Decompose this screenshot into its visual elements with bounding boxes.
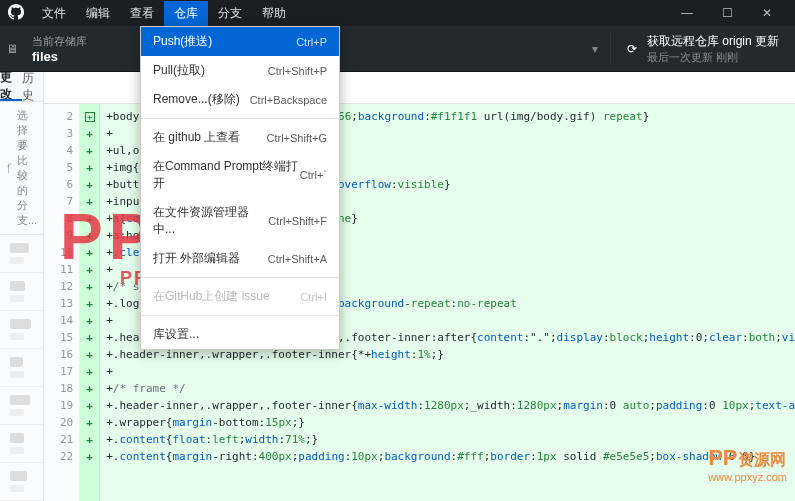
dropdown-item-label: Pull(拉取): [153, 62, 268, 79]
dropdown-item-accel: Ctrl+Shift+F: [268, 215, 327, 227]
diff-add-gutter: +++++++++++++++++++++: [80, 104, 100, 501]
list-item[interactable]: [0, 349, 43, 387]
diff-plus-icon: +: [80, 363, 99, 380]
current-repo-dropdown[interactable]: 当前存储库 files: [18, 28, 158, 70]
branch-compare-input[interactable]: ᚶ 选择要比较的分支...: [0, 102, 43, 235]
menu-item-file[interactable]: 文件: [32, 1, 76, 26]
dropdown-item-label: 在 github 上查看: [153, 129, 266, 146]
diff-plus-icon: +: [80, 210, 99, 227]
current-repo-label: 当前存储库: [32, 34, 143, 49]
window-controls: — ☐ ✕: [667, 2, 787, 24]
line-number: 11: [44, 261, 73, 278]
line-number: 21: [44, 431, 73, 448]
diff-plus-icon: +: [80, 312, 99, 329]
minimize-button[interactable]: —: [667, 2, 707, 24]
line-number: 13: [44, 295, 73, 312]
line-number: 17: [44, 363, 73, 380]
diff-plus-icon: +: [80, 159, 99, 176]
line-number: 20: [44, 414, 73, 431]
diff-plus-icon: +: [80, 227, 99, 244]
list-item[interactable]: [0, 235, 43, 273]
diff-plus-icon: +: [80, 108, 99, 125]
menu-item-branch[interactable]: 分支: [208, 1, 252, 26]
menu-item-edit[interactable]: 编辑: [76, 1, 120, 26]
diff-plus-icon: +: [80, 278, 99, 295]
menubar: 文件 编辑 查看 仓库 分支 帮助 — ☐ ✕: [0, 0, 795, 26]
line-number: 10: [44, 244, 73, 261]
tab-changes[interactable]: 更改: [0, 72, 22, 101]
dropdown-item-label: 在GitHub上创建 issue: [153, 288, 300, 305]
diff-plus-icon: +: [80, 176, 99, 193]
menu-item-repository[interactable]: 仓库: [164, 1, 208, 26]
dropdown-item-accel: Ctrl+I: [300, 291, 327, 303]
line-number: 18: [44, 380, 73, 397]
fetch-subtitle: 最后一次更新 刚刚: [647, 50, 779, 65]
diff-plus-icon: +: [80, 193, 99, 210]
dropdown-item[interactable]: Pull(拉取)Ctrl+Shift+P: [141, 56, 339, 85]
fetch-button[interactable]: ⟳ 获取远程仓库 origin 更新 最后一次更新 刚刚: [610, 33, 795, 65]
close-button[interactable]: ✕: [747, 2, 787, 24]
repository-dropdown: Push(推送)Ctrl+PPull(拉取)Ctrl+Shift+PRemove…: [140, 26, 340, 350]
dropdown-item-accel: Ctrl+Shift+P: [268, 65, 327, 77]
dropdown-item[interactable]: 在文件资源管理器中...Ctrl+Shift+F: [141, 198, 339, 244]
sync-icon: ⟳: [627, 42, 637, 56]
main-area: 更改 历史 ᚶ 选择要比较的分支... ± 1文件 更改: [0, 72, 795, 501]
line-number: 15: [44, 329, 73, 346]
dropdown-item-label: Remove...(移除): [153, 91, 250, 108]
header-toolbar: 🖥 当前存储库 files ▾ ⟳ 获取远程仓库 origin 更新 最后一次更…: [0, 26, 795, 72]
line-number: 7: [44, 193, 73, 210]
diff-plus-icon: +: [80, 448, 99, 465]
dropdown-item[interactable]: Remove...(移除)Ctrl+Backspace: [141, 85, 339, 114]
diff-plus-icon: +: [80, 295, 99, 312]
diff-plus-icon: +: [80, 125, 99, 142]
menu-item-help[interactable]: 帮助: [252, 1, 296, 26]
tab-history[interactable]: 历史: [22, 72, 44, 101]
dropdown-item: 在GitHub上创建 issueCtrl+I: [141, 282, 339, 311]
line-number-gutter: 2345678910111213141516171819202122: [44, 104, 80, 501]
line-number: 8: [44, 210, 73, 227]
dropdown-item-accel: Ctrl+P: [296, 36, 327, 48]
line-number: 16: [44, 346, 73, 363]
line-number: 9: [44, 227, 73, 244]
diff-plus-icon: +: [80, 380, 99, 397]
dropdown-item[interactable]: 在Command Prompt终端打开Ctrl+`: [141, 152, 339, 198]
list-item[interactable]: [0, 311, 43, 349]
computer-icon: 🖥: [6, 42, 18, 56]
code-line: +/* frame */: [106, 380, 795, 397]
diff-plus-icon: +: [80, 142, 99, 159]
code-line: +.header-inner,.wrapper,.footer-inner{ma…: [106, 397, 795, 414]
line-number: 6: [44, 176, 73, 193]
sidebar-tabs: 更改 历史: [0, 72, 43, 102]
line-number: 3: [44, 125, 73, 142]
list-item[interactable]: [0, 273, 43, 311]
tab-history-label: 历史: [22, 70, 44, 104]
line-number: 4: [44, 142, 73, 159]
github-logo-icon: [8, 4, 24, 23]
menu-item-view[interactable]: 查看: [120, 1, 164, 26]
dropdown-item[interactable]: 在 github 上查看Ctrl+Shift+G: [141, 123, 339, 152]
dropdown-item-accel: Ctrl+Shift+G: [266, 132, 327, 144]
list-item[interactable]: [0, 463, 43, 501]
code-line: +.content{float:left;width:71%;}: [106, 431, 795, 448]
diff-plus-icon: +: [80, 244, 99, 261]
diff-plus-icon: +: [80, 397, 99, 414]
dropdown-item[interactable]: 打开 外部编辑器Ctrl+Shift+A: [141, 244, 339, 273]
branch-dropdown[interactable]: ▾: [580, 42, 610, 56]
dropdown-item-label: 在Command Prompt终端打开: [153, 158, 300, 192]
code-line: +.wrapper{margin-bottom:15px;}: [106, 414, 795, 431]
diff-plus-icon: +: [80, 431, 99, 448]
list-item[interactable]: [0, 387, 43, 425]
line-number: 19: [44, 397, 73, 414]
maximize-button[interactable]: ☐: [707, 2, 747, 24]
line-number: 5: [44, 159, 73, 176]
branch-icon: ᚶ: [6, 162, 13, 174]
list-item[interactable]: [0, 425, 43, 463]
code-line: +.content{margin-right:400px;padding:10p…: [106, 448, 795, 465]
diff-plus-icon: +: [80, 346, 99, 363]
line-number: 2: [44, 108, 73, 125]
dropdown-item-label: 库设置...: [153, 326, 327, 343]
dropdown-item-accel: Ctrl+`: [300, 169, 327, 181]
dropdown-item[interactable]: 库设置...: [141, 320, 339, 349]
branch-compare-placeholder: 选择要比较的分支...: [17, 108, 37, 228]
dropdown-item[interactable]: Push(推送)Ctrl+P: [141, 27, 339, 56]
